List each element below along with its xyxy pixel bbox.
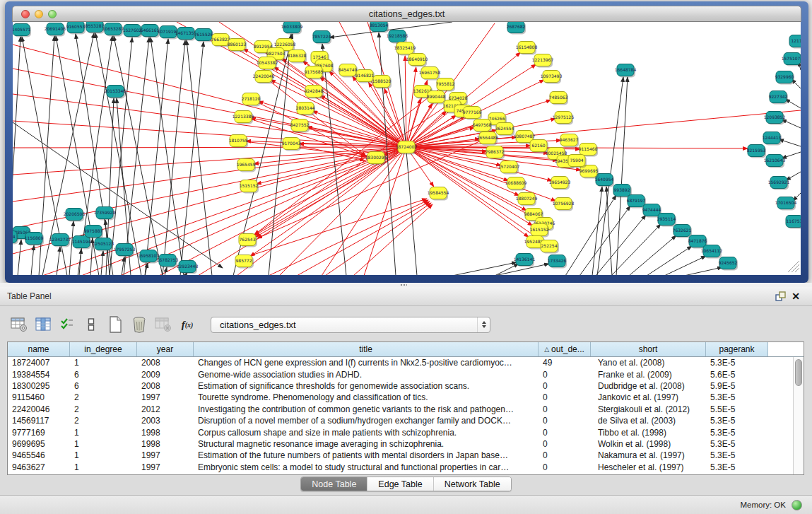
edge[interactable]	[13, 147, 406, 201]
graph-node-yellow[interactable]: 8860123	[228, 39, 247, 52]
graph-node-yellow[interactable]: 1515152	[240, 180, 259, 194]
cell-in_degree[interactable]: 6	[70, 368, 137, 380]
graph-node-teal[interactable]: 1733426	[548, 255, 567, 269]
cell-short[interactable]: Franke et al. (2009)	[591, 368, 706, 380]
cell-short[interactable]: Stergiakouli et al. (2012)	[591, 404, 706, 415]
edge[interactable]	[13, 45, 406, 147]
cell-short[interactable]: Jankovic et al. (1997)	[591, 392, 706, 403]
cell-pagerank[interactable]: 5.3E-5	[706, 450, 768, 461]
table-row[interactable]: 946554611997Estimation of the future num…	[8, 450, 793, 461]
graph-node-yellow[interactable]: 985772	[235, 255, 254, 269]
cell-pagerank[interactable]: 5.3E-5	[706, 415, 768, 426]
graph-node-yellow[interactable]: 1615152	[530, 224, 549, 238]
cell-name[interactable]: 9463627	[8, 462, 70, 473]
cell-in_degree[interactable]: 1	[70, 450, 137, 461]
graph-node-yellow[interactable]: 10973493	[541, 71, 563, 84]
cell-pagerank[interactable]: 5.3E-5	[706, 426, 768, 438]
cell-year[interactable]: 2008	[137, 380, 194, 392]
cell-short[interactable]: de Silva et al. (2003)	[591, 415, 706, 426]
edge[interactable]	[647, 246, 692, 275]
cell-short[interactable]: Wolkin et al. (1998)	[591, 438, 706, 450]
cell-short[interactable]: Tibbo et al. (1998)	[591, 426, 706, 438]
graph-node-teal[interactable]: 12505123	[93, 238, 114, 252]
graph-node-teal[interactable]: 9227342	[769, 91, 788, 105]
column-header-in_degree[interactable]: in_degree	[70, 342, 137, 356]
graph-node-teal[interactable]: 12923448	[177, 261, 199, 274]
edge[interactable]	[684, 267, 722, 275]
cell-in_degree[interactable]: 2	[70, 392, 137, 403]
graph-node-teal[interactable]: 12117	[789, 35, 801, 49]
cell-pagerank[interactable]: 5.3E-5	[706, 462, 768, 473]
graph-node-yellow[interactable]: 9175685	[305, 66, 324, 80]
column-header-out_de[interactable]: △out_de...	[539, 342, 591, 356]
graph-node-teal[interactable]: 1244413	[763, 132, 782, 146]
graph-node-yellow[interactable]: 8990448	[427, 91, 446, 105]
cell-short[interactable]: Nakamura et al. (1997)	[591, 450, 706, 461]
edge[interactable]	[159, 147, 406, 275]
graph-node-teal[interactable]: 15751074	[782, 53, 801, 66]
graph-node-teal[interactable]: 10653287	[102, 23, 124, 37]
cell-name[interactable]: 14569117	[8, 415, 70, 426]
cell-in_degree[interactable]: 1	[70, 426, 137, 438]
graph-node-teal[interactable]: 1156869	[25, 233, 44, 246]
graph-node-teal[interactable]: 2687682	[507, 22, 526, 35]
tab-network-table[interactable]: Network Table	[434, 477, 511, 491]
graph-node-yellow[interactable]: 7986372	[486, 146, 505, 160]
graph-node-yellow[interactable]: 26564486	[477, 132, 499, 146]
edge[interactable]	[18, 240, 21, 275]
cell-title[interactable]: Tourette syndrome. Phenomenology and cla…	[194, 392, 539, 403]
graph-node-yellow[interactable]: 10543382	[257, 57, 278, 71]
graph-node-yellow[interactable]: 7955812	[436, 78, 455, 92]
graph-node-teal[interactable]: 20691406	[45, 23, 66, 37]
graph-node-yellow[interactable]: 6497568	[473, 119, 492, 133]
edge[interactable]	[279, 147, 406, 275]
graph-node-teal[interactable]: 116753	[786, 216, 801, 229]
cell-pagerank[interactable]: 5.9E-5	[706, 380, 768, 392]
table-selector-dropdown[interactable]: citations_edges.txt	[211, 317, 490, 333]
table-row[interactable]: 1456911722003Disruption of a novel membe…	[8, 415, 793, 426]
graph-node-yellow[interactable]: 18300295	[365, 152, 387, 165]
edge[interactable]	[779, 139, 801, 146]
graph-node-yellow[interactable]: 9242848	[305, 86, 324, 99]
cell-out_de[interactable]: 0	[539, 404, 591, 415]
graph-node-yellow[interactable]: 1810755	[229, 135, 248, 148]
graph-node-teal[interactable]: 12342737	[49, 234, 71, 247]
graph-node-teal[interactable]: 7632621	[673, 225, 692, 238]
cell-year[interactable]: 1998	[137, 426, 194, 438]
graph-node-teal[interactable]: 15692921	[768, 177, 790, 190]
graph-node-yellow[interactable]: 22420046	[253, 71, 275, 84]
edge[interactable]	[629, 235, 676, 275]
graph-node-teal[interactable]: 16782753	[157, 255, 179, 268]
graph-node-teal[interactable]: 16033809	[281, 22, 303, 35]
graph-node-yellow[interactable]: 12975125	[553, 112, 575, 125]
cell-name[interactable]: 18300295	[8, 380, 70, 392]
cell-title[interactable]: Genome-wide association studies in ADHD.	[194, 368, 539, 380]
cell-out_de[interactable]: 0	[539, 392, 591, 403]
cell-name[interactable]: 22420046	[8, 404, 70, 415]
cell-pagerank[interactable]: 5.3E-5	[706, 392, 768, 403]
graph-node-yellow[interactable]: 762543	[239, 234, 257, 247]
cell-title[interactable]: Embryonic stem cells: a model to study s…	[194, 462, 539, 473]
graph-node-yellow[interactable]: 18640910	[406, 54, 428, 67]
cell-title[interactable]: Investigating the contribution of common…	[194, 404, 539, 415]
column-header-year[interactable]: year	[137, 342, 194, 356]
table-row[interactable]: 977716911998Corpus callosum shape and si…	[8, 426, 793, 438]
graph-node-teal[interactable]: 2935114	[657, 214, 676, 227]
edge[interactable]	[237, 147, 406, 275]
new-table-button[interactable]	[106, 316, 124, 333]
graph-node-yellow[interactable]: 7485063	[549, 92, 568, 105]
graph-node-teal[interactable]: 9245652	[719, 257, 738, 271]
cell-pagerank[interactable]: 5.3E-5	[706, 357, 768, 368]
table-row[interactable]: 1872400712008Changes of HCN gene express…	[8, 357, 793, 368]
graph-node-teal[interactable]: 12093852	[764, 112, 786, 125]
edge[interactable]	[254, 98, 458, 235]
cell-year[interactable]: 1997	[137, 392, 194, 403]
cell-title[interactable]: Structural magnetic resonance image aver…	[194, 438, 539, 450]
edge[interactable]	[69, 221, 73, 275]
graph-node-yellow[interactable]: 8427552	[290, 119, 310, 133]
graph-node-teal[interactable]: 19218586	[387, 30, 408, 44]
cell-title[interactable]: Corpus callosum shape and size in male p…	[194, 426, 539, 438]
graph-node-yellow[interactable]: 2803144	[296, 103, 315, 116]
select-column-button[interactable]	[34, 316, 52, 333]
graph-node-yellow[interactable]: 1965455	[237, 159, 256, 173]
